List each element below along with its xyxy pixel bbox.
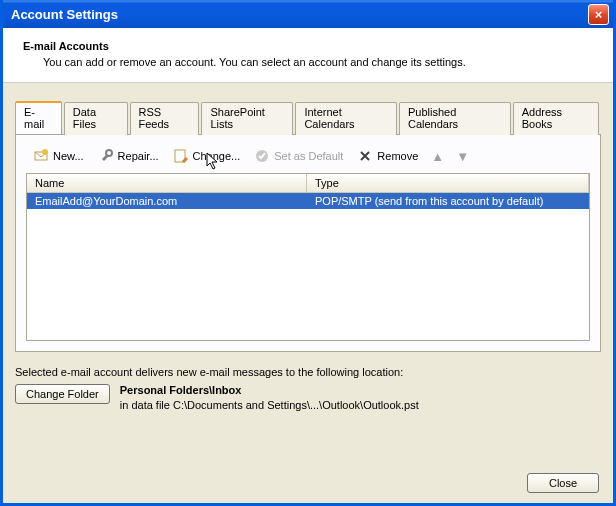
remove-label: Remove [377, 150, 418, 162]
tab-internet-calendars[interactable]: Internet Calendars [295, 102, 397, 135]
change-button[interactable]: Change... [170, 147, 244, 165]
svg-point-2 [106, 150, 112, 156]
folder-block: Personal Folders\Inbox in data file C:\D… [120, 384, 419, 411]
arrow-up-icon: ▲ [431, 149, 444, 164]
body-area: E-mail Data Files RSS Feeds SharePoint L… [3, 83, 613, 463]
close-icon: × [595, 7, 603, 22]
table-row[interactable]: EmailAdd@YourDomain.com POP/SMTP (send f… [27, 193, 589, 209]
tab-panel-email: New... Repair... Change... [15, 134, 601, 352]
new-icon [33, 148, 49, 164]
datafile-path: in data file C:\Documents and Settings\.… [120, 399, 419, 411]
folder-path: Personal Folders\Inbox [120, 384, 419, 396]
tab-data-files[interactable]: Data Files [64, 102, 128, 135]
new-button[interactable]: New... [30, 147, 87, 165]
check-icon [254, 148, 270, 164]
tab-email[interactable]: E-mail [15, 101, 62, 134]
tab-sharepoint-lists[interactable]: SharePoint Lists [201, 102, 293, 135]
page-title: E-mail Accounts [23, 40, 593, 52]
delivery-info: Selected e-mail account delivers new e-m… [15, 366, 601, 411]
col-header-type[interactable]: Type [307, 174, 589, 192]
cell-type: POP/SMTP (send from this account by defa… [307, 193, 589, 209]
bottom-bar: Close [3, 463, 613, 503]
repair-button[interactable]: Repair... [95, 147, 162, 165]
change-folder-button[interactable]: Change Folder [15, 384, 110, 404]
move-down-button[interactable]: ▼ [454, 149, 471, 164]
grid-header: Name Type [27, 174, 589, 193]
col-header-name[interactable]: Name [27, 174, 307, 192]
window-close-button[interactable]: × [588, 4, 609, 25]
content-area: E-mail Accounts You can add or remove an… [3, 28, 613, 503]
toolbar: New... Repair... Change... [26, 145, 590, 173]
repair-label: Repair... [118, 150, 159, 162]
repair-icon [98, 148, 114, 164]
tabstrip: E-mail Data Files RSS Feeds SharePoint L… [15, 101, 601, 134]
accounts-grid: Name Type EmailAdd@YourDomain.com POP/SM… [26, 173, 590, 341]
delivers-label: Selected e-mail account delivers new e-m… [15, 366, 601, 378]
change-icon [173, 148, 189, 164]
arrow-down-icon: ▼ [456, 149, 469, 164]
tab-address-books[interactable]: Address Books [513, 102, 599, 135]
move-up-button[interactable]: ▲ [429, 149, 446, 164]
new-label: New... [53, 150, 84, 162]
account-settings-window: Account Settings × E-mail Accounts You c… [0, 0, 616, 506]
set-default-button[interactable]: Set as Default [251, 147, 346, 165]
remove-button[interactable]: Remove [354, 147, 421, 165]
page-subtitle: You can add or remove an account. You ca… [43, 56, 593, 68]
close-button[interactable]: Close [527, 473, 599, 493]
header-block: E-mail Accounts You can add or remove an… [3, 28, 613, 83]
change-label: Change... [193, 150, 241, 162]
tab-rss-feeds[interactable]: RSS Feeds [130, 102, 200, 135]
grid-body: EmailAdd@YourDomain.com POP/SMTP (send f… [27, 193, 589, 340]
titlebar: Account Settings × [3, 0, 613, 28]
tab-published-calendars[interactable]: Published Calendars [399, 102, 511, 135]
svg-point-1 [42, 149, 48, 155]
window-title: Account Settings [11, 7, 588, 22]
set-default-label: Set as Default [274, 150, 343, 162]
remove-icon [357, 148, 373, 164]
cell-name: EmailAdd@YourDomain.com [27, 193, 307, 209]
